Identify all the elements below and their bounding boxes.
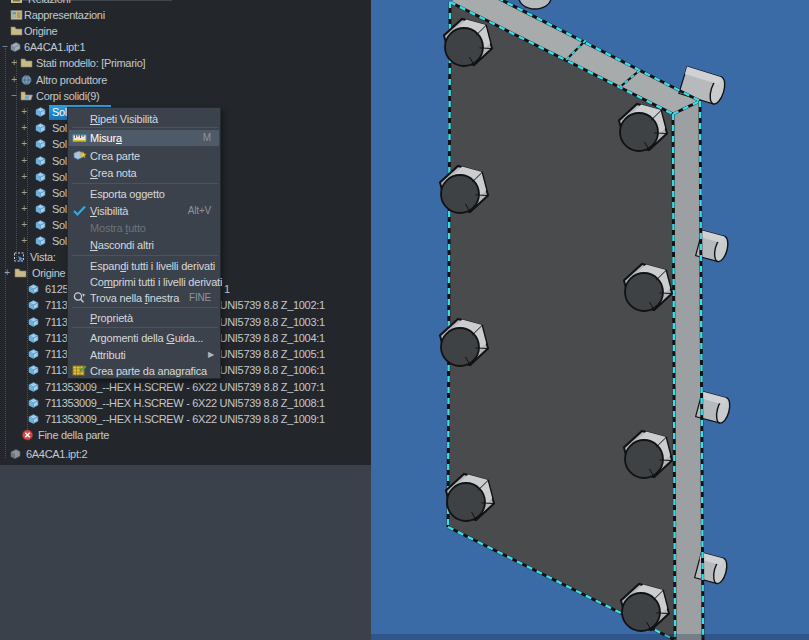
part-gray-icon: [9, 448, 22, 460]
expand-toggle[interactable]: +: [9, 74, 19, 85]
tree-item-label: Origine: [32, 267, 65, 279]
tree-item-711353009-hex-h-screw-6x22-u[interactable]: 711353009_--HEX H.SCREW - 6X22 UNI5739 8…: [0, 412, 371, 428]
tree-item-label: Altro produttore: [36, 74, 107, 86]
expand-toggle[interactable]: +: [19, 122, 29, 133]
expand-toggle[interactable]: +: [19, 155, 29, 166]
tree-item-711353009-hex-h-screw-6x22-u[interactable]: 711353009_--HEX H.SCREW - 6X22 UNI5739 8…: [0, 380, 371, 396]
tree-item-label: 6A4CA1.ipt:2: [26, 448, 87, 460]
tree-item-label: Fine della parte: [38, 429, 109, 441]
cube-icon: [27, 332, 40, 344]
menu-item-label: Comprimi tutti i livelli derivati: [90, 276, 222, 288]
menu-item-espandi-tutti-i-livelli-deriva[interactable]: Espandi tutti i livelli derivati: [69, 258, 219, 274]
menu-item-trova-nella-finestra[interactable]: Trova nella finestraFINE: [69, 290, 219, 306]
tree-item-rappresentazioni[interactable]: Rappresentazioni: [0, 8, 371, 24]
tree-item-label: Origine: [24, 25, 57, 37]
find-window-icon: [72, 291, 87, 304]
check-icon: [72, 204, 87, 217]
cube-icon: [34, 219, 47, 231]
tree-item-fine-della-parte[interactable]: Fine della parte: [0, 428, 371, 444]
menu-shortcut: Alt+V: [188, 205, 211, 216]
expand-toggle[interactable]: +: [9, 57, 19, 68]
menu-item-argomenti-della-guida-[interactable]: Argomenti della Guida...: [69, 330, 219, 346]
submenu-arrow-icon: ▶: [208, 350, 214, 359]
tree-item-origine[interactable]: Origine: [0, 24, 371, 40]
menu-item-misura[interactable]: MisuraM: [69, 130, 219, 146]
expand-toggle[interactable]: +: [19, 106, 29, 117]
menu-item-propriet-[interactable]: Proprietà: [69, 310, 219, 326]
third-party-icon: [20, 74, 33, 86]
model-render: [371, 0, 809, 640]
menu-item-label: Crea parte: [90, 150, 140, 162]
menu-item-ripeti-visibilit-[interactable]: Ripeti Visibilità: [69, 111, 219, 127]
cube-icon: [27, 364, 40, 376]
collapse-toggle[interactable]: −: [9, 90, 19, 101]
cube-icon: [34, 155, 47, 167]
menu-item-crea-parte-da-anagrafica[interactable]: Crea parte da anagrafica: [69, 363, 219, 379]
cube-icon: [27, 316, 40, 328]
expand-toggle[interactable]: +: [19, 203, 29, 214]
menu-item-crea-parte[interactable]: Crea parte: [69, 148, 219, 164]
relations-icon: [10, 0, 23, 5]
tree-item-6a4ca1-ipt-1[interactable]: −6A4CA1.ipt:1: [0, 40, 371, 56]
menu-separator: [72, 183, 218, 184]
part-icon: [9, 41, 22, 53]
tree-item-stati-modello-primario-[interactable]: +Stati modello: [Primario]: [0, 56, 371, 72]
tree-item-altro-produttore[interactable]: +Altro produttore: [0, 73, 371, 89]
menu-item-label: Nascondi altri: [90, 239, 154, 251]
folder-icon: [10, 25, 23, 37]
folder-icon: [14, 267, 27, 279]
menu-item-nascondi-altri[interactable]: Nascondi altri: [69, 237, 219, 253]
cube-icon: [27, 381, 40, 393]
menu-item-label: Misura: [90, 132, 122, 144]
cube-icon: [27, 299, 40, 311]
cube-icon: [34, 106, 47, 118]
ruler-icon: [72, 131, 87, 144]
end-of-part-icon: [21, 429, 34, 441]
menu-item-comprimi-tutti-i-livelli-deriv[interactable]: Comprimi tutti i livelli derivati: [69, 274, 219, 290]
create-part-icon: [72, 149, 87, 162]
menu-item-label: Proprietà: [90, 312, 133, 324]
tree-item-label: Vista:: [30, 251, 56, 263]
expand-toggle[interactable]: +: [19, 187, 29, 198]
cube-icon: [34, 122, 47, 134]
cube-icon: [27, 348, 40, 360]
cube-icon: [27, 397, 40, 409]
menu-item-label: Attributi: [90, 349, 126, 361]
menu-item-label: Crea nota: [90, 167, 137, 179]
expand-toggle[interactable]: +: [19, 219, 29, 230]
expand-toggle[interactable]: +: [19, 171, 29, 182]
tree-item-relazioni[interactable]: Relazioni: [0, 0, 371, 8]
tree-item-label: Stati modello: [Primario]: [36, 57, 145, 69]
cube-icon: [34, 187, 47, 199]
menu-item-crea-nota[interactable]: Crea nota: [69, 165, 219, 181]
context-menu: Ripeti VisibilitàMisuraMCrea parteCrea n…: [67, 107, 221, 379]
menu-item-label: Mostra tutto: [90, 222, 146, 234]
expand-toggle[interactable]: +: [19, 138, 29, 149]
representations-icon: [10, 9, 23, 21]
menu-item-attributi[interactable]: Attributi▶: [69, 347, 219, 363]
menu-item-label: Trova nella finestra: [90, 292, 179, 304]
menu-separator: [72, 327, 218, 328]
menu-item-label: Ripeti Visibilità: [90, 113, 158, 125]
tree-item-711353009-hex-h-screw-6x22-u[interactable]: 711353009_--HEX H.SCREW - 6X22 UNI5739 8…: [0, 396, 371, 412]
tree-item-label: 711353009_--HEX H.SCREW - 6X22 UNI5739 8…: [45, 413, 325, 425]
expand-toggle[interactable]: +: [2, 267, 12, 278]
menu-item-label: Argomenti della Guida...: [90, 332, 203, 344]
cube-icon: [27, 413, 40, 425]
tree-item-label: Rappresentazioni: [24, 9, 105, 21]
expand-toggle[interactable]: +: [19, 235, 29, 246]
menu-separator: [72, 307, 218, 308]
tree-item-corpi-solidi-9-[interactable]: −Corpi solidi(9): [0, 89, 371, 105]
folder-open-icon: [20, 90, 33, 102]
tree-item-label: 711353009_--HEX H.SCREW - 6X22 UNI5739 8…: [45, 381, 325, 393]
cube-icon: [34, 235, 47, 247]
menu-item-visibilit-[interactable]: VisibilitàAlt+V: [69, 203, 219, 219]
tree-item-6a4ca1-ipt-2[interactable]: 6A4CA1.ipt:2: [0, 447, 371, 463]
plate-side-face[interactable]: [673, 101, 703, 640]
folder-icon: [20, 57, 33, 69]
3d-viewport[interactable]: [371, 0, 809, 640]
menu-item-esporta-oggetto[interactable]: Esporta oggetto: [69, 186, 219, 202]
view-icon: [13, 251, 26, 263]
browser-empty-area: [0, 465, 371, 640]
top-stub-cylinder[interactable]: [519, 0, 551, 9]
